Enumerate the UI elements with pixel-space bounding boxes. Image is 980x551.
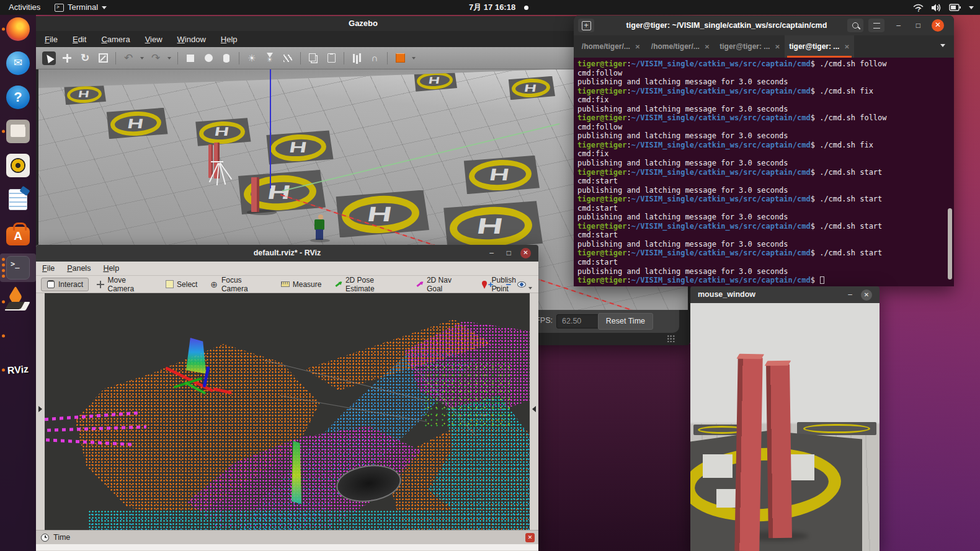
tab-list-chevron-icon[interactable] — [940, 44, 945, 47]
tool-select[interactable]: Select — [160, 278, 202, 291]
terminal-tab-2[interactable]: /home/tiger/...✕ — [646, 35, 715, 58]
search-button[interactable] — [847, 19, 863, 32]
rviz-menu-panels[interactable]: Panels — [67, 264, 91, 273]
time-panel-close-button[interactable]: ✕ — [525, 533, 535, 542]
spot-light-icon[interactable] — [263, 51, 277, 65]
caret-icon[interactable] — [140, 51, 145, 65]
minimize-button[interactable]: – — [848, 289, 852, 299]
dock-item-rviz[interactable]: RViz — [0, 356, 36, 384]
displays-panel-collapsed[interactable] — [36, 293, 45, 530]
tab-close-icon[interactable]: ✕ — [775, 43, 780, 50]
dock-item-files[interactable] — [0, 117, 36, 146]
add-tool-button[interactable]: + — [488, 279, 493, 289]
gazebo-menu-file[interactable]: File — [45, 35, 58, 44]
app-menu[interactable]: > Terminal — [55, 0, 107, 15]
gazebo-menu-help[interactable]: Help — [221, 35, 238, 44]
box-icon[interactable] — [184, 51, 197, 65]
terminal-icon — [6, 256, 30, 280]
gazebo-menu-view[interactable]: View — [145, 35, 163, 44]
terminal-tab-1[interactable]: /home/tiger/...✕ — [576, 35, 646, 58]
dock-item-help[interactable] — [0, 83, 36, 112]
paste-icon[interactable] — [324, 51, 338, 65]
expand-left-icon[interactable] — [532, 406, 536, 412]
dock-item-ubuntu-software[interactable] — [0, 219, 36, 248]
undo-icon[interactable] — [122, 51, 135, 65]
terminal-output-line: cmd:fix — [577, 149, 954, 159]
tool-move-camera[interactable]: Move Camera — [91, 274, 158, 295]
dock-item-unknown-app[interactable] — [0, 322, 36, 350]
gazebo-menu-edit[interactable]: Edit — [73, 35, 86, 44]
remove-tool-button[interactable]: − — [506, 279, 511, 289]
dock-item-firefox[interactable] — [0, 15, 36, 43]
scale-icon[interactable] — [96, 51, 110, 65]
mouse-window-3d-view[interactable] — [690, 303, 880, 551]
terminal-output[interactable]: tiger@tiger:~/VISIM_single/catkin_ws/src… — [574, 58, 954, 286]
terminal-title-bar[interactable]: tiger@tiger: ~/VISIM_single/catkin_ws/sr… — [574, 15, 954, 35]
tab-close-icon[interactable]: ✕ — [635, 43, 640, 50]
move-icon[interactable] — [60, 51, 74, 65]
dock-item-terminal[interactable] — [0, 253, 36, 282]
tab-close-icon[interactable]: ✕ — [844, 43, 849, 50]
close-button[interactable]: ✕ — [861, 289, 872, 301]
camera-chevron-icon[interactable] — [528, 287, 532, 289]
tab-close-icon[interactable]: ✕ — [705, 43, 710, 50]
align-icon[interactable] — [350, 51, 363, 65]
reset-time-button[interactable]: Reset Time — [598, 313, 653, 330]
terminal-scrollbar[interactable] — [948, 208, 952, 280]
firefox-icon — [6, 17, 30, 41]
new-tab-button[interactable] — [578, 19, 594, 32]
snap-icon[interactable] — [368, 51, 381, 65]
view-cube-icon[interactable] — [393, 51, 407, 65]
rviz-time-panel-header[interactable]: Time ✕ — [36, 530, 538, 544]
terminal-window-title: tiger@tiger: ~/VISIM_single/catkin_ws/sr… — [611, 15, 842, 35]
tool-measure[interactable]: Measure — [276, 278, 327, 291]
rviz-menu-file[interactable]: File — [42, 264, 55, 273]
close-button[interactable]: ✕ — [932, 19, 944, 32]
dock-item-gazebo[interactable] — [0, 288, 36, 316]
system-status-area[interactable]: ? — [913, 0, 974, 15]
terminal-tab-4[interactable]: tiger@tiger: ...✕ — [785, 35, 854, 58]
expand-right-icon[interactable] — [38, 406, 42, 412]
rviz-title-bar[interactable]: default.rviz* - RViz – □ ✕ — [36, 245, 538, 262]
maximize-button[interactable]: □ — [507, 248, 511, 258]
terminal-tab-3[interactable]: tiger@tiger: ...✕ — [715, 35, 785, 58]
copy-icon[interactable] — [306, 51, 320, 65]
tool-2d-nav-goal[interactable]: 2D Nav Goal — [410, 274, 473, 295]
terminal-output-line: publishing and latching message for 3.0 … — [577, 159, 954, 168]
clock-icon — [41, 534, 49, 542]
sphere-icon[interactable] — [202, 51, 215, 65]
terminal-prompt-line: tiger@tiger:~/VISIM_single/catkin_ws/src… — [577, 60, 954, 69]
add-tool-chevron-icon[interactable] — [496, 287, 499, 289]
menu-button[interactable] — [868, 19, 884, 32]
tool-2d-pose-estimate[interactable]: 2D Pose Estimate — [329, 274, 408, 295]
point-light-icon[interactable] — [245, 51, 259, 65]
directional-light-icon[interactable] — [281, 51, 295, 65]
select-icon[interactable] — [42, 51, 56, 65]
rotate-icon[interactable] — [78, 51, 92, 65]
person-torso — [314, 219, 324, 230]
redo-icon[interactable] — [149, 51, 163, 65]
gazebo-menu-window[interactable]: Window — [177, 35, 206, 44]
views-panel-collapsed[interactable] — [530, 293, 538, 530]
dock-item-libreoffice-writer[interactable] — [0, 185, 36, 214]
minimize-button[interactable]: – — [896, 20, 901, 30]
camera-eye-icon[interactable] — [517, 280, 526, 289]
caret-icon[interactable] — [167, 51, 172, 65]
cylinder-icon[interactable] — [220, 51, 233, 65]
mouse-window-title-bar[interactable]: mouse_window – ✕ — [690, 286, 880, 303]
clock[interactable]: 7月 17 16:18 — [469, 0, 528, 15]
caret-icon[interactable] — [411, 51, 416, 65]
activities-button[interactable]: Activities — [9, 0, 40, 15]
rviz-3d-canvas[interactable] — [45, 293, 530, 530]
rviz-menu-help[interactable]: Help — [103, 264, 119, 273]
minimize-button[interactable]: – — [489, 248, 494, 258]
close-button[interactable]: ✕ — [520, 248, 531, 258]
dock-item-rhythmbox[interactable] — [0, 151, 36, 180]
dock-item-thunderbird[interactable] — [0, 49, 36, 77]
toolbar-separator — [239, 52, 239, 64]
maximize-button[interactable]: □ — [916, 20, 920, 30]
gazebo-resize-grip[interactable] — [667, 335, 675, 342]
tool-focus-camera[interactable]: Focus Camera — [205, 274, 273, 295]
gazebo-menu-camera[interactable]: Camera — [101, 35, 130, 44]
tool-interact[interactable]: Interact — [41, 278, 89, 291]
